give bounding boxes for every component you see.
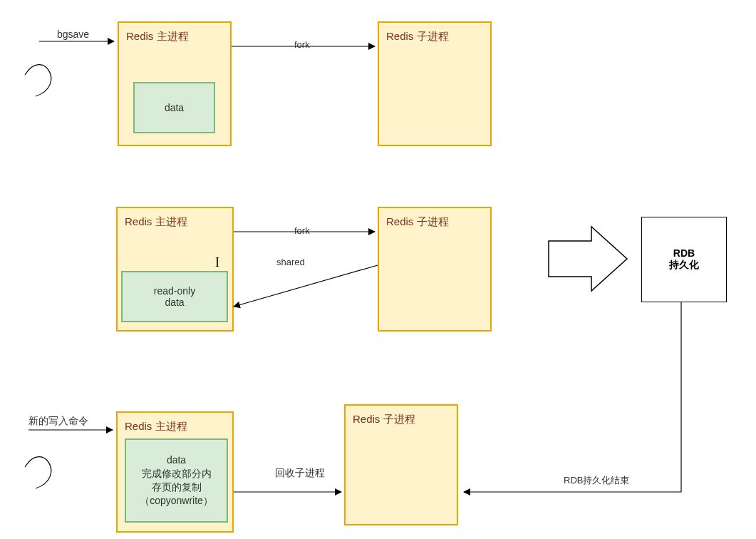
data-box-stage3: data 完成修改部分内 存页的复制 （copyonwrite） — [125, 438, 228, 523]
redis-child-title-stage2: Redis 子进程 — [386, 215, 449, 229]
redis-main-title-stage3: Redis 主进程 — [125, 420, 187, 433]
redis-child-process-stage1: Redis 子进程 — [378, 21, 492, 146]
cow-line2: 完成修改部分内 — [142, 467, 212, 481]
data-label-stage2: data — [165, 297, 184, 308]
rdb-line2: 持久化 — [669, 259, 699, 272]
bgsave-label: bgsave — [57, 29, 89, 40]
redis-child-title-stage3: Redis 子进程 — [353, 413, 415, 426]
readonly-label: read-only — [154, 285, 195, 297]
redis-main-title-stage1: Redis 主进程 — [126, 30, 189, 43]
cow-line3: 存页的复制 — [152, 481, 202, 494]
data-box-stage2: read-only data — [121, 271, 228, 322]
fork-label-stage1: fork — [294, 39, 310, 50]
new-write-command-label: 新的写入命令 — [29, 415, 88, 428]
text-cursor-icon: I — [215, 255, 219, 270]
data-label-stage1: data — [165, 102, 184, 113]
redis-main-title-stage2: Redis 主进程 — [125, 215, 187, 229]
redis-child-process-stage3: Redis 子进程 — [344, 404, 458, 525]
cow-line4: （copyonwrite） — [140, 494, 213, 508]
rdb-persistence-box: RDB 持久化 — [641, 217, 727, 302]
big-arrow-icon — [549, 227, 627, 291]
shared-label: shared — [276, 257, 305, 267]
redis-child-process-stage2: Redis 子进程 — [378, 207, 492, 332]
cow-line1: data — [167, 453, 186, 467]
rdb-line1: RDB — [673, 247, 695, 259]
rdb-end-label: RDB持久化结束 — [564, 474, 629, 487]
data-box-stage1: data — [133, 82, 215, 133]
reap-child-label: 回收子进程 — [275, 467, 325, 480]
svg-line-3 — [234, 265, 378, 307]
fork-label-stage2: fork — [294, 225, 310, 236]
redis-child-title-stage1: Redis 子进程 — [386, 30, 449, 43]
